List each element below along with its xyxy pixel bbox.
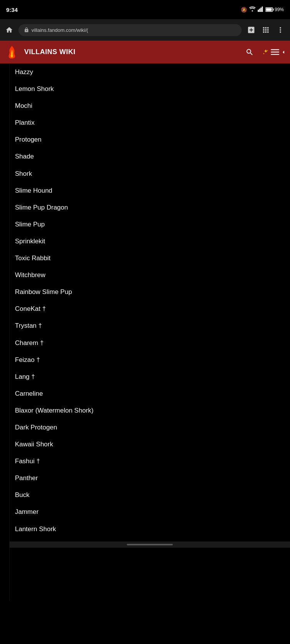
search-button[interactable] bbox=[243, 46, 256, 59]
list-item: Protogen bbox=[13, 131, 286, 148]
list-item: Lantern Shork bbox=[13, 521, 286, 538]
list-item: Toxic Rabbit bbox=[13, 250, 286, 267]
list-item-link[interactable]: Slime Hound bbox=[13, 182, 286, 199]
status-time: 9:34 bbox=[6, 7, 18, 13]
browser-chrome: villains.fandom.com/wiki/( bbox=[0, 19, 290, 41]
lock-icon bbox=[24, 27, 29, 33]
list-item-link[interactable]: Fashui † bbox=[13, 453, 286, 470]
wifi-icon bbox=[249, 7, 255, 13]
navbar-actions bbox=[243, 46, 287, 59]
list-item: Slime Hound bbox=[13, 182, 286, 199]
svg-rect-6 bbox=[266, 8, 272, 11]
signal-icon bbox=[258, 7, 263, 13]
bottom-scrollbar bbox=[10, 542, 290, 548]
list-item: Hazzy bbox=[13, 64, 286, 81]
svg-rect-1 bbox=[259, 8, 260, 12]
add-tab-button[interactable] bbox=[245, 23, 258, 36]
list-item-link[interactable]: Shade bbox=[13, 148, 286, 165]
home-button[interactable] bbox=[3, 24, 15, 36]
wiki-list: HazzyLemon ShorkMochiPlantixProtogenShad… bbox=[13, 64, 286, 538]
svg-rect-7 bbox=[271, 49, 279, 50]
list-item-link[interactable]: Witchbrew bbox=[13, 267, 286, 284]
status-right: 🔕 99% bbox=[241, 7, 284, 13]
list-item: Jammer bbox=[13, 504, 286, 520]
list-item-link[interactable]: Hazzy bbox=[13, 64, 286, 81]
svg-rect-5 bbox=[273, 9, 273, 11]
scroll-thumb bbox=[127, 544, 173, 545]
list-item: Plantix bbox=[13, 114, 286, 131]
svg-rect-9 bbox=[271, 54, 279, 54]
svg-rect-8 bbox=[271, 51, 279, 52]
battery-icon: 99% bbox=[265, 7, 284, 12]
list-item: Witchbrew bbox=[13, 267, 286, 284]
list-item: Mochi bbox=[13, 97, 286, 114]
site-navbar: VILLAINS WIKI bbox=[0, 41, 290, 64]
status-left: 9:34 bbox=[6, 7, 18, 13]
list-item-link[interactable]: Dark Protogen bbox=[13, 419, 286, 436]
list-item-link[interactable]: Kawaii Shork bbox=[13, 436, 286, 453]
list-item-link[interactable]: Rainbow Slime Pup bbox=[13, 284, 286, 301]
list-item-link[interactable]: Feizao † bbox=[13, 352, 286, 368]
list-item: Trystan † bbox=[13, 317, 286, 334]
list-item-link[interactable]: Shork bbox=[13, 165, 286, 182]
list-item-link[interactable]: Jammer bbox=[13, 504, 286, 520]
list-item-link[interactable]: Panther bbox=[13, 470, 286, 487]
list-item: Panther bbox=[13, 470, 286, 487]
list-item-link[interactable]: ConeKat † bbox=[13, 301, 286, 317]
list-item: Fashui † bbox=[13, 453, 286, 470]
list-item: Shork bbox=[13, 165, 286, 182]
list-item: Shade bbox=[13, 148, 286, 165]
list-item: Lang † bbox=[13, 368, 286, 385]
notification-icon: 🔕 bbox=[241, 7, 247, 13]
list-item-link[interactable]: Mochi bbox=[13, 97, 286, 114]
list-item-link[interactable]: Toxic Rabbit bbox=[13, 250, 286, 267]
list-item: Carneline bbox=[13, 385, 286, 402]
list-item-link[interactable]: Slime Pup bbox=[13, 216, 286, 233]
list-item: Sprinklekit bbox=[13, 233, 286, 250]
list-item: Feizao † bbox=[13, 352, 286, 368]
list-item-link[interactable]: Sprinklekit bbox=[13, 233, 286, 250]
browser-action-buttons bbox=[245, 23, 287, 36]
list-item: Kawaii Shork bbox=[13, 436, 286, 453]
url-bar[interactable]: villains.fandom.com/wiki/( bbox=[18, 24, 242, 36]
list-item-link[interactable]: Protogen bbox=[13, 131, 286, 148]
list-item: Dark Protogen bbox=[13, 419, 286, 436]
battery-percent: 99% bbox=[275, 7, 284, 12]
list-item-link[interactable]: Slime Pup Dragon bbox=[13, 199, 286, 216]
page-content: HazzyLemon ShorkMochiPlantixProtogenShad… bbox=[0, 64, 290, 542]
site-logo[interactable] bbox=[3, 43, 20, 61]
list-item-link[interactable]: Plantix bbox=[13, 114, 286, 131]
list-item-link[interactable]: Blaxor (Watermelon Shork) bbox=[13, 402, 286, 419]
svg-rect-0 bbox=[258, 10, 259, 12]
more-options-button[interactable] bbox=[274, 23, 287, 36]
svg-rect-3 bbox=[262, 7, 263, 12]
list-item: Rainbow Slime Pup bbox=[13, 284, 286, 301]
status-bar: 9:34 🔕 99% bbox=[0, 0, 290, 19]
tab-switcher-button[interactable] bbox=[259, 23, 272, 36]
list-item-link[interactable]: Lemon Shork bbox=[13, 81, 286, 97]
list-item: Slime Pup Dragon bbox=[13, 199, 286, 216]
list-item: Buck bbox=[13, 487, 286, 504]
sidebar bbox=[0, 64, 10, 601]
list-item-link[interactable]: Charem † bbox=[13, 335, 286, 352]
list-item-link[interactable]: Lang † bbox=[13, 368, 286, 385]
list-item-link[interactable]: Carneline bbox=[13, 385, 286, 402]
list-item-link[interactable]: Trystan † bbox=[13, 317, 286, 334]
list-item: Lemon Shork bbox=[13, 81, 286, 97]
url-text: villains.fandom.com/wiki/( bbox=[31, 27, 236, 33]
main-content: HazzyLemon ShorkMochiPlantixProtogenShad… bbox=[10, 64, 290, 542]
list-item-link[interactable]: Buck bbox=[13, 487, 286, 504]
list-item: Blaxor (Watermelon Shork) bbox=[13, 402, 286, 419]
list-item: Charem † bbox=[13, 335, 286, 352]
list-item: ConeKat † bbox=[13, 301, 286, 317]
list-item-link[interactable]: Lantern Shork bbox=[13, 521, 286, 538]
list-item: Slime Pup bbox=[13, 216, 286, 233]
site-title: VILLAINS WIKI bbox=[24, 48, 243, 56]
sparkle-menu-button[interactable] bbox=[260, 46, 287, 58]
svg-rect-2 bbox=[260, 7, 262, 12]
